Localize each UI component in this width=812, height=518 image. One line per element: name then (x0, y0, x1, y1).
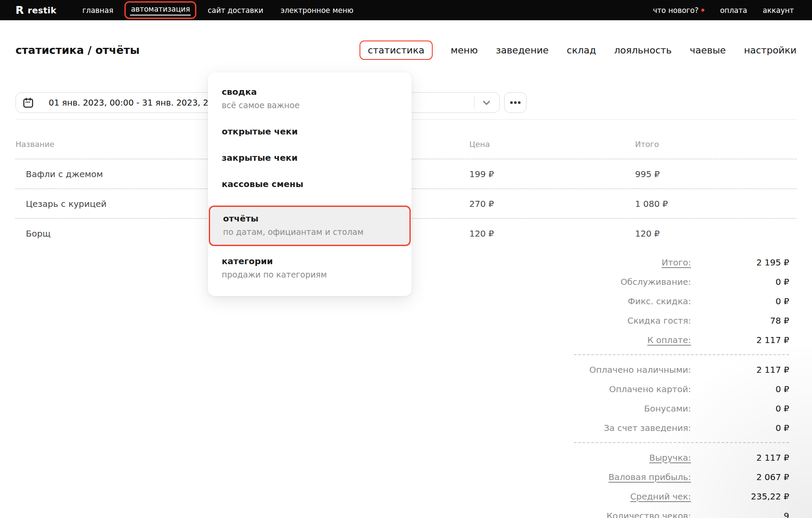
dropdown-item-subtitle: по датам, официантам и столам (223, 228, 397, 237)
dropdown-item-title: категории (222, 256, 398, 266)
dropdown-menu-item[interactable]: категории продажи по категориям (222, 256, 398, 280)
summary-group-revenue: Выручка: 2 117 ₽ Валовая прибыль: 2 067 … (453, 448, 789, 518)
top-nav-item-label: главная (82, 6, 113, 15)
summary-row: Выручка: 2 117 ₽ (453, 448, 789, 467)
logo-r-icon: R (15, 5, 24, 16)
summary-label[interactable]: Количество чеков: (453, 511, 691, 518)
top-nav-item-label: автоматизация (131, 5, 190, 16)
summary-row: Скидка гостя: 78 ₽ (453, 311, 789, 330)
section-nav-item[interactable]: настройки (744, 45, 797, 56)
summary-value: 2 117 ₽ (691, 335, 789, 345)
top-nav-item[interactable]: автоматизация (124, 1, 196, 19)
dropdown-item-title: кассовые смены (222, 179, 398, 189)
summary-label: Бонусами: (453, 403, 691, 414)
summary-row: Оплачено наличными: 2 117 ₽ (453, 360, 789, 379)
page-header: статистика / отчёты статистика меню заве… (15, 36, 797, 64)
summary-row: Валовая прибыль: 2 067 ₽ (453, 467, 789, 487)
totals-summary: Итого: 2 195 ₽ Обслуживание: 0 ₽ Фикс. с… (453, 253, 789, 518)
table-header-cell: Цена (469, 140, 635, 149)
summary-value: 2 117 ₽ (691, 365, 789, 375)
summary-row: К оплате: 2 117 ₽ (453, 330, 789, 349)
summary-row: Бонусами: 0 ₽ (453, 399, 789, 418)
top-nav-items: главная автоматизация сайт доставки элек… (76, 1, 360, 19)
summary-label: Оплачено наличными: (453, 365, 691, 375)
cell-price: 270 ₽ (469, 199, 635, 209)
dropdown-item-title: открытые чеки (222, 127, 398, 137)
section-nav-item[interactable]: чаевые (690, 45, 726, 56)
summary-row: Количество чеков: 9 (453, 506, 789, 518)
summary-row: Средний чек: 235,22 ₽ (453, 487, 789, 506)
cell-price: 120 ₽ (469, 228, 635, 239)
summary-value: 235,22 ₽ (691, 491, 789, 502)
cell-total: 1 080 ₽ (635, 199, 797, 209)
summary-label[interactable]: Обслуживание: (453, 277, 691, 287)
dropdown-menu-item[interactable]: отчёты по датам, официантам и столам (209, 206, 411, 246)
summary-group-totals: Итого: 2 195 ₽ Обслуживание: 0 ₽ Фикс. с… (453, 253, 789, 349)
section-nav-item[interactable]: заведение (496, 45, 549, 56)
summary-label[interactable]: Фикс. скидка: (453, 296, 691, 306)
ellipsis-icon (509, 100, 521, 105)
chevron-down-icon[interactable] (481, 97, 492, 108)
cell-total: 995 ₽ (635, 169, 797, 179)
top-nav-bar: R restik главная автоматизация сайт дост… (0, 0, 812, 20)
section-nav: статистика меню заведение склад лояльнос… (360, 41, 797, 60)
summary-value: 0 ₽ (691, 423, 789, 433)
summary-value: 0 ₽ (691, 403, 789, 414)
summary-label[interactable]: Средний чек: (453, 491, 691, 502)
date-control-divider (474, 97, 474, 109)
summary-label[interactable]: Скидка гостя: (453, 315, 691, 326)
restik-logo[interactable]: R restik (15, 5, 56, 16)
top-nav-item-label: сайт доставки (208, 6, 263, 15)
summary-row: Оплачено картой: 0 ₽ (453, 379, 789, 399)
summary-value: 0 ₽ (691, 384, 789, 394)
section-nav-item[interactable]: статистика (360, 41, 432, 60)
summary-label[interactable]: К оплате: (453, 335, 691, 345)
dropdown-menu-item[interactable]: закрытые чеки (222, 153, 398, 163)
dropdown-item-title: сводка (222, 87, 398, 97)
section-nav-item[interactable]: лояльность (614, 45, 672, 56)
top-nav-item[interactable]: главная (76, 3, 119, 18)
summary-row: Итого: 2 195 ₽ (453, 253, 789, 272)
summary-value: 0 ₽ (691, 277, 789, 287)
table-header-cell: Итого (635, 140, 797, 149)
calendar-icon (22, 97, 34, 109)
dropdown-item-title: закрытые чеки (222, 153, 398, 163)
summary-label[interactable]: Валовая прибыль: (453, 472, 691, 482)
summary-group-payments: Оплачено наличными: 2 117 ₽ Оплачено кар… (453, 360, 789, 437)
summary-row: Фикс. скидка: 0 ₽ (453, 291, 789, 311)
dropdown-menu-item[interactable]: открытые чеки (222, 127, 398, 137)
summary-divider (574, 442, 789, 443)
section-nav-item[interactable]: склад (567, 45, 596, 56)
statistics-dropdown-menu: сводка всё самое важное открытые чеки за… (208, 72, 412, 296)
summary-value: 78 ₽ (691, 315, 789, 326)
dropdown-item-subtitle: всё самое важное (222, 101, 398, 110)
more-options-button[interactable] (504, 92, 527, 113)
dropdown-item-title: отчёты (223, 214, 397, 224)
summary-label[interactable]: Выручка: (453, 452, 691, 463)
top-nav-right-item[interactable]: аккаунт (763, 6, 794, 15)
summary-value: 0 ₽ (691, 296, 789, 306)
summary-value: 2 067 ₽ (691, 472, 789, 482)
summary-row: За счет заведения: 0 ₽ (453, 418, 789, 437)
top-nav-item[interactable]: сайт доставки (201, 3, 269, 18)
top-nav-right-item[interactable]: оплата (720, 6, 747, 15)
summary-value: 2 117 ₽ (691, 452, 789, 463)
summary-label: За счет заведения: (453, 423, 691, 433)
page-title: статистика / отчёты (15, 44, 139, 56)
top-nav-right-item[interactable]: что нового? (653, 6, 704, 15)
summary-label[interactable]: Итого: (453, 257, 691, 268)
cell-total: 120 ₽ (635, 228, 797, 239)
logo-text: restik (28, 5, 56, 16)
summary-label: Оплачено картой: (453, 384, 691, 394)
summary-row: Обслуживание: 0 ₽ (453, 272, 789, 291)
top-nav-item[interactable]: электронное меню (275, 3, 360, 18)
dropdown-menu-item[interactable]: сводка всё самое важное (222, 87, 398, 110)
summary-value: 9 (691, 511, 789, 518)
dropdown-menu-item[interactable]: кассовые смены (222, 179, 398, 189)
top-nav-right-items: что нового? оплата аккаунт (653, 6, 794, 15)
date-range-value: 01 янв. 2023, 00:00 - 31 янв. 2023, 23:5… (49, 98, 227, 108)
section-nav-item[interactable]: меню (451, 45, 478, 56)
summary-divider (574, 354, 789, 355)
summary-value: 2 195 ₽ (691, 257, 789, 268)
top-nav-item-label: электронное меню (281, 6, 353, 15)
